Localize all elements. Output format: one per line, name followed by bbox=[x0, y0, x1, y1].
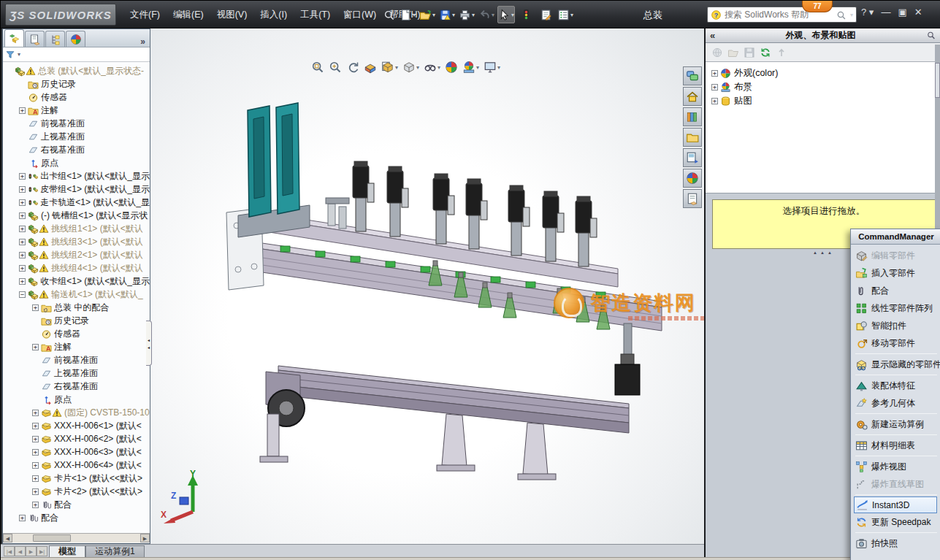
expand-icon[interactable]: + bbox=[32, 304, 39, 311]
tree-item[interactable]: 前视基准面 bbox=[3, 117, 150, 130]
tree-item[interactable]: +XXX-H-006<2> (默认< bbox=[3, 432, 150, 445]
menu-item-4[interactable]: 工具(T) bbox=[294, 6, 337, 24]
tree-item[interactable]: +挑线组4<1> (默认<默认 bbox=[3, 261, 150, 275]
expand-icon[interactable]: + bbox=[19, 199, 26, 206]
home-tab[interactable] bbox=[683, 87, 702, 106]
cmd-update-speedpak[interactable]: 更新 Speedpak bbox=[854, 513, 940, 531]
cmd-move-component[interactable]: 移动零部件 bbox=[854, 334, 940, 352]
file-explorer-tab[interactable] bbox=[683, 128, 702, 147]
select-button[interactable]: ▾ bbox=[497, 6, 515, 23]
cmd-smart-fasteners[interactable]: 智能扣件 bbox=[854, 317, 940, 334]
expand-icon[interactable]: + bbox=[32, 475, 39, 482]
file-properties-button[interactable] bbox=[537, 6, 554, 23]
hide-show-items-button[interactable]: ▾ bbox=[422, 59, 442, 75]
expand-icon[interactable]: + bbox=[19, 278, 26, 285]
help-button[interactable]: ? ▾ bbox=[861, 7, 874, 18]
filter-icon[interactable] bbox=[5, 48, 15, 61]
menu-search-icon[interactable] bbox=[383, 8, 395, 21]
panel-splitter-grip[interactable]: ◂◂ bbox=[146, 321, 152, 366]
expand-icon[interactable]: + bbox=[19, 239, 26, 245]
collapse-panel-button[interactable]: « bbox=[710, 30, 715, 41]
view-palette-tab[interactable] bbox=[683, 148, 702, 167]
cmd-assembly-features[interactable]: 装配体特征 bbox=[854, 377, 940, 394]
configurationmanager-tab[interactable] bbox=[45, 31, 65, 47]
tree-horizontal-scrollbar[interactable]: ◀ ▶ bbox=[3, 533, 150, 542]
expand-icon[interactable]: + bbox=[32, 488, 39, 495]
tree-item[interactable]: +卡片<1> (默认<<默认> bbox=[3, 472, 150, 485]
tree-item[interactable]: +注解 bbox=[3, 104, 150, 117]
propertymanager-tab[interactable] bbox=[25, 31, 45, 47]
last-tab-button[interactable]: ▶| bbox=[37, 546, 47, 556]
expand-icon[interactable]: + bbox=[19, 515, 26, 521]
menu-item-1[interactable]: 编辑(E) bbox=[167, 6, 210, 24]
tree-item[interactable]: 总装 (默认<默认_显示状态- bbox=[3, 64, 150, 77]
expand-icon[interactable]: + bbox=[32, 449, 39, 456]
cmd-motion-study[interactable]: 新建运动算例 bbox=[854, 415, 940, 433]
expand-icon[interactable]: + bbox=[32, 502, 39, 508]
tree-item[interactable]: +(-) 铣槽组<1> (默认<显示状 bbox=[3, 209, 150, 222]
appearance-tree-item[interactable]: +布景 bbox=[711, 80, 940, 94]
tree-item[interactable]: +皮带组<1> (默认<默认_显示 bbox=[3, 183, 150, 196]
edit-appearance-button[interactable] bbox=[443, 59, 459, 75]
search-icon[interactable] bbox=[836, 8, 847, 21]
expand-icon[interactable]: + bbox=[32, 436, 39, 442]
tree-item[interactable]: +配合 bbox=[3, 498, 150, 511]
custom-properties-tab[interactable] bbox=[683, 189, 702, 208]
tree-item[interactable]: +挑线组2<1> (默认<默认 bbox=[3, 248, 150, 261]
expand-icon[interactable]: + bbox=[19, 265, 26, 272]
expand-icon[interactable]: + bbox=[19, 173, 26, 180]
search-dropdown-icon[interactable]: ▾ bbox=[850, 12, 853, 18]
cmd-snapshot[interactable]: 拍快照 bbox=[854, 534, 940, 552]
cmd-exploded-view[interactable]: 爆炸视图 bbox=[854, 458, 940, 475]
expand-icon[interactable]: + bbox=[19, 226, 26, 232]
apply-scene-button[interactable]: ▾ bbox=[461, 59, 481, 75]
graphics-viewport[interactable]: ▾▾▾▾▾ 智造资料网 Y X Z bbox=[150, 28, 704, 544]
appearance-tree-item[interactable]: +贴图 bbox=[711, 94, 940, 108]
new-document-button[interactable]: ▾ bbox=[399, 6, 416, 23]
tree-item[interactable]: 原点 bbox=[3, 156, 150, 169]
tree-item[interactable]: +出卡组<1> (默认<默认_显示 bbox=[3, 169, 150, 183]
expand-icon[interactable]: + bbox=[711, 70, 718, 77]
close-button[interactable]: ✕ bbox=[914, 7, 922, 18]
tree-item[interactable]: +(固定) CVSTB-150-10 bbox=[3, 406, 150, 419]
tree-item[interactable]: 上视基准面 bbox=[3, 367, 150, 380]
appearance-tree-item[interactable]: +外观(color) bbox=[711, 66, 940, 80]
prev-tab-button[interactable]: ◀ bbox=[15, 546, 26, 556]
minimize-button[interactable]: — bbox=[881, 7, 890, 18]
tree-item[interactable]: 上视基准面 bbox=[3, 130, 150, 143]
cmd-mate[interactable]: 配合 bbox=[854, 282, 940, 299]
cmd-insert-component[interactable]: 插入零部件 bbox=[854, 264, 940, 282]
tree-item[interactable]: +总装 中的配合 bbox=[3, 301, 150, 314]
tree-item[interactable]: +配合 bbox=[3, 511, 150, 524]
appearances-scenes-tab[interactable] bbox=[683, 169, 702, 188]
filter-dropdown-icon[interactable]: ▾ bbox=[18, 51, 20, 58]
first-tab-button[interactable]: |◀ bbox=[4, 546, 15, 556]
expand-icon[interactable]: + bbox=[32, 410, 39, 416]
open-button[interactable]: ▾ bbox=[419, 6, 436, 23]
featuremanager-tab[interactable] bbox=[4, 29, 24, 47]
displaymanager-tab[interactable] bbox=[66, 31, 85, 47]
tree-item[interactable]: 历史记录 bbox=[3, 77, 150, 91]
tree-item[interactable]: 右视基准面 bbox=[3, 143, 150, 156]
cmd-linear-pattern[interactable]: 线性零部件阵列 bbox=[854, 299, 940, 317]
maximize-button[interactable]: ▣ bbox=[898, 7, 906, 18]
design-library-tab[interactable] bbox=[683, 107, 702, 126]
expand-icon[interactable]: + bbox=[19, 186, 26, 193]
help-search-box[interactable]: ? ▾ bbox=[707, 7, 857, 23]
tree-item[interactable]: +卡片<2> (默认<<默认> bbox=[3, 485, 150, 498]
tree-item[interactable]: −输送机<1> (默认<默认_ bbox=[3, 288, 150, 301]
tree-item[interactable]: +收卡组<1> (默认<默认_显示 bbox=[3, 275, 150, 288]
more-tabs-button[interactable]: » bbox=[140, 37, 145, 47]
tree-item[interactable]: +挑线组3<1> (默认<默认 bbox=[3, 235, 150, 248]
collapse-icon[interactable]: − bbox=[19, 291, 26, 298]
zoom-area-button[interactable] bbox=[327, 59, 343, 75]
tree-item[interactable]: 右视基准面 bbox=[3, 380, 150, 393]
print-button[interactable]: ▾ bbox=[458, 6, 475, 23]
expand-icon[interactable]: + bbox=[19, 107, 26, 114]
cmd-show-hidden[interactable]: 显示隐藏的零部件 bbox=[854, 356, 940, 373]
tree-item[interactable]: +注解 bbox=[3, 340, 150, 353]
tab-motion-study[interactable]: 运动算例1 bbox=[85, 545, 145, 557]
tree-item[interactable]: +挑线组1<1> (默认<默认 bbox=[3, 222, 150, 235]
expand-icon[interactable]: + bbox=[32, 423, 39, 429]
tree-item[interactable]: 传感器 bbox=[3, 327, 150, 340]
